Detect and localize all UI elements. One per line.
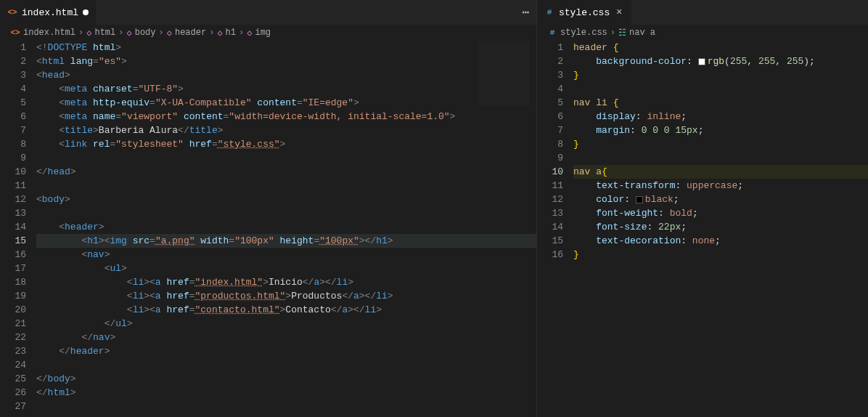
crumb-html[interactable]: ◇ html [86, 28, 115, 39]
tab-index-html[interactable]: <> index.html [0, 0, 96, 25]
editor-pane-right: # style.css × # style.css › ☷ nav a 1234… [537, 0, 868, 417]
symbol-icon: ◇ [247, 28, 252, 39]
tab-overflow-button[interactable]: ⋯ [515, 5, 536, 20]
symbol-icon: ◇ [86, 28, 91, 39]
symbol-icon: ☷ [618, 28, 626, 39]
editor-pane-left: <> index.html ⋯ <> index.html › ◇ html ›… [0, 0, 537, 417]
css-file-icon: # [544, 7, 554, 17]
symbol-icon: ◇ [217, 28, 222, 39]
css-file-icon: # [547, 28, 557, 38]
html-file-icon: <> [7, 7, 17, 17]
chevron-right-icon: › [209, 28, 214, 38]
code-editor-right[interactable]: 12345678910111213141516 header { backgro… [537, 41, 868, 417]
line-gutter[interactable]: 1234567891011121314151617181920212223242… [0, 41, 36, 417]
tab-label: index.html [22, 7, 78, 18]
line-gutter[interactable]: 12345678910111213141516 [537, 41, 573, 417]
tab-label: style.css [559, 7, 610, 18]
modified-indicator-icon [83, 9, 89, 15]
chevron-right-icon: › [610, 28, 615, 38]
chevron-right-icon: › [239, 28, 244, 38]
crumb-file[interactable]: # style.css [547, 28, 607, 38]
crumb-body[interactable]: ◇ body [126, 28, 155, 39]
symbol-icon: ◇ [126, 28, 131, 39]
close-icon[interactable]: × [614, 7, 624, 17]
code-area[interactable]: header { background-color: rgb(255, 255,… [573, 41, 868, 417]
crumb-file[interactable]: <> index.html [10, 28, 75, 38]
chevron-right-icon: › [118, 28, 123, 38]
crumb-img[interactable]: ◇ img [247, 28, 271, 39]
code-editor-left[interactable]: 1234567891011121314151617181920212223242… [0, 41, 536, 417]
breadcrumbs-left[interactable]: <> index.html › ◇ html › ◇ body › ◇ head… [0, 25, 536, 41]
chevron-right-icon: › [159, 28, 164, 38]
breadcrumbs-right[interactable]: # style.css › ☷ nav a [537, 25, 868, 41]
tab-bar-right: # style.css × [537, 0, 868, 25]
tab-bar-left: <> index.html ⋯ [0, 0, 536, 25]
tab-style-css[interactable]: # style.css × [537, 0, 631, 25]
code-area[interactable]: <!DOCTYPE html><html lang="es"><head> <m… [36, 41, 536, 417]
crumb-selector[interactable]: ☷ nav a [618, 28, 655, 39]
symbol-icon: ◇ [167, 28, 172, 39]
chevron-right-icon: › [78, 28, 83, 38]
crumb-h1[interactable]: ◇ h1 [217, 28, 236, 39]
minimap[interactable] [478, 41, 529, 106]
crumb-header[interactable]: ◇ header [167, 28, 206, 39]
html-file-icon: <> [10, 28, 20, 38]
